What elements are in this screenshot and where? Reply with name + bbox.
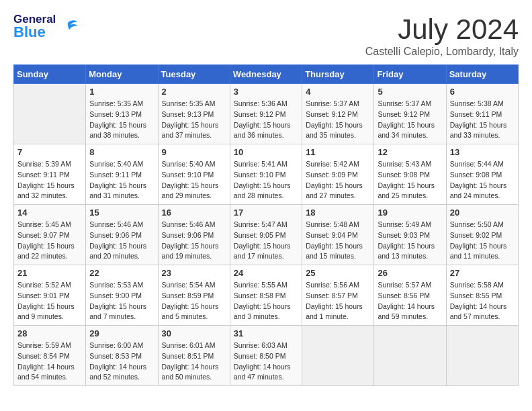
calendar-cell: 11Sunrise: 5:42 AM Sunset: 9:09 PM Dayli… bbox=[302, 144, 374, 205]
calendar-week-2: 7Sunrise: 5:39 AM Sunset: 9:11 PM Daylig… bbox=[14, 144, 519, 205]
day-number: 18 bbox=[306, 208, 370, 218]
day-info: Sunrise: 5:41 AM Sunset: 9:10 PM Dayligh… bbox=[234, 159, 298, 201]
day-header-thursday: Thursday bbox=[302, 65, 374, 84]
title-section: July 2024 Castelli Calepio, Lombardy, It… bbox=[365, 13, 519, 58]
calendar-header-row: SundayMondayTuesdayWednesdayThursdayFrid… bbox=[14, 65, 519, 84]
month-year-title: July 2024 bbox=[365, 13, 519, 46]
day-header-monday: Monday bbox=[86, 65, 158, 84]
calendar-cell: 30Sunrise: 6:01 AM Sunset: 8:51 PM Dayli… bbox=[158, 326, 230, 386]
day-header-wednesday: Wednesday bbox=[230, 65, 302, 84]
day-number: 5 bbox=[378, 87, 442, 97]
day-number: 7 bbox=[17, 147, 82, 157]
calendar-cell: 9Sunrise: 5:40 AM Sunset: 9:10 PM Daylig… bbox=[158, 144, 230, 205]
day-number: 21 bbox=[17, 268, 82, 278]
calendar-cell: 19Sunrise: 5:49 AM Sunset: 9:03 PM Dayli… bbox=[374, 205, 446, 265]
day-number: 27 bbox=[450, 268, 515, 278]
day-number: 4 bbox=[306, 87, 370, 97]
calendar-cell: 5Sunrise: 5:37 AM Sunset: 9:12 PM Daylig… bbox=[374, 84, 446, 144]
day-number: 16 bbox=[162, 208, 226, 218]
day-info: Sunrise: 5:36 AM Sunset: 9:12 PM Dayligh… bbox=[234, 99, 298, 141]
logo-blue-text: Blue bbox=[13, 25, 56, 40]
calendar-cell: 22Sunrise: 5:53 AM Sunset: 9:00 PM Dayli… bbox=[86, 265, 158, 326]
day-info: Sunrise: 5:50 AM Sunset: 9:02 PM Dayligh… bbox=[450, 220, 515, 262]
day-number: 17 bbox=[234, 208, 298, 218]
calendar-cell: 14Sunrise: 5:45 AM Sunset: 9:07 PM Dayli… bbox=[14, 205, 86, 265]
day-info: Sunrise: 5:54 AM Sunset: 8:59 PM Dayligh… bbox=[162, 280, 226, 322]
calendar-week-3: 14Sunrise: 5:45 AM Sunset: 9:07 PM Dayli… bbox=[14, 205, 519, 265]
calendar-cell: 29Sunrise: 6:00 AM Sunset: 8:53 PM Dayli… bbox=[86, 326, 158, 386]
calendar-cell: 13Sunrise: 5:44 AM Sunset: 9:08 PM Dayli… bbox=[446, 144, 518, 205]
calendar-cell: 31Sunrise: 6:03 AM Sunset: 8:50 PM Dayli… bbox=[230, 326, 302, 386]
calendar-cell bbox=[302, 326, 374, 386]
calendar-cell: 25Sunrise: 5:56 AM Sunset: 8:57 PM Dayli… bbox=[302, 265, 374, 326]
day-info: Sunrise: 5:45 AM Sunset: 9:07 PM Dayligh… bbox=[17, 220, 82, 262]
calendar-cell: 27Sunrise: 5:58 AM Sunset: 8:55 PM Dayli… bbox=[446, 265, 518, 326]
day-info: Sunrise: 6:03 AM Sunset: 8:50 PM Dayligh… bbox=[234, 340, 298, 383]
day-info: Sunrise: 5:56 AM Sunset: 8:57 PM Dayligh… bbox=[306, 280, 370, 322]
location-label: Castelli Calepio, Lombardy, Italy bbox=[365, 46, 519, 58]
day-number: 29 bbox=[89, 328, 154, 338]
day-number: 31 bbox=[234, 328, 298, 338]
calendar-cell: 8Sunrise: 5:40 AM Sunset: 9:11 PM Daylig… bbox=[86, 144, 158, 205]
day-number: 22 bbox=[89, 268, 154, 278]
day-number: 11 bbox=[306, 147, 370, 157]
day-number: 20 bbox=[450, 208, 515, 218]
day-info: Sunrise: 5:48 AM Sunset: 9:04 PM Dayligh… bbox=[306, 220, 370, 262]
calendar-cell: 23Sunrise: 5:54 AM Sunset: 8:59 PM Dayli… bbox=[158, 265, 230, 326]
calendar-cell: 16Sunrise: 5:46 AM Sunset: 9:06 PM Dayli… bbox=[158, 205, 230, 265]
day-info: Sunrise: 5:38 AM Sunset: 9:11 PM Dayligh… bbox=[450, 99, 515, 141]
day-info: Sunrise: 5:46 AM Sunset: 9:06 PM Dayligh… bbox=[89, 220, 154, 262]
day-number: 9 bbox=[162, 147, 226, 157]
day-header-sunday: Sunday bbox=[14, 65, 86, 84]
day-info: Sunrise: 5:47 AM Sunset: 9:05 PM Dayligh… bbox=[234, 220, 298, 262]
calendar-cell: 1Sunrise: 5:35 AM Sunset: 9:13 PM Daylig… bbox=[86, 84, 158, 144]
day-header-friday: Friday bbox=[374, 65, 446, 84]
day-number: 10 bbox=[234, 147, 298, 157]
calendar-cell: 18Sunrise: 5:48 AM Sunset: 9:04 PM Dayli… bbox=[302, 205, 374, 265]
day-number: 15 bbox=[89, 208, 154, 218]
day-info: Sunrise: 5:40 AM Sunset: 9:10 PM Dayligh… bbox=[162, 159, 226, 201]
day-number: 25 bbox=[306, 268, 370, 278]
calendar-week-5: 28Sunrise: 5:59 AM Sunset: 8:54 PM Dayli… bbox=[14, 326, 519, 386]
day-info: Sunrise: 5:39 AM Sunset: 9:11 PM Dayligh… bbox=[17, 159, 82, 201]
calendar-cell: 15Sunrise: 5:46 AM Sunset: 9:06 PM Dayli… bbox=[86, 205, 158, 265]
logo-bird-icon bbox=[58, 17, 79, 37]
day-number: 6 bbox=[450, 87, 515, 97]
calendar-cell bbox=[14, 84, 86, 144]
day-header-saturday: Saturday bbox=[446, 65, 518, 84]
day-number: 1 bbox=[89, 87, 154, 97]
calendar-cell: 12Sunrise: 5:43 AM Sunset: 9:08 PM Dayli… bbox=[374, 144, 446, 205]
calendar-cell: 6Sunrise: 5:38 AM Sunset: 9:11 PM Daylig… bbox=[446, 84, 518, 144]
day-info: Sunrise: 5:59 AM Sunset: 8:54 PM Dayligh… bbox=[17, 340, 82, 383]
day-info: Sunrise: 6:01 AM Sunset: 8:51 PM Dayligh… bbox=[162, 340, 226, 383]
day-info: Sunrise: 5:43 AM Sunset: 9:08 PM Dayligh… bbox=[378, 159, 442, 201]
day-number: 12 bbox=[378, 147, 442, 157]
day-number: 23 bbox=[162, 268, 226, 278]
page-header: General Blue July 2024 Castelli Calepio,… bbox=[13, 13, 519, 58]
calendar-cell: 21Sunrise: 5:52 AM Sunset: 9:01 PM Dayli… bbox=[14, 265, 86, 326]
day-info: Sunrise: 5:49 AM Sunset: 9:03 PM Dayligh… bbox=[378, 220, 442, 262]
day-info: Sunrise: 5:40 AM Sunset: 9:11 PM Dayligh… bbox=[89, 159, 154, 201]
calendar-cell: 10Sunrise: 5:41 AM Sunset: 9:10 PM Dayli… bbox=[230, 144, 302, 205]
calendar-cell: 7Sunrise: 5:39 AM Sunset: 9:11 PM Daylig… bbox=[14, 144, 86, 205]
calendar-cell bbox=[446, 326, 518, 386]
day-number: 28 bbox=[17, 328, 82, 338]
day-info: Sunrise: 5:57 AM Sunset: 8:56 PM Dayligh… bbox=[378, 280, 442, 322]
calendar-week-1: 1Sunrise: 5:35 AM Sunset: 9:13 PM Daylig… bbox=[14, 84, 519, 144]
day-number: 24 bbox=[234, 268, 298, 278]
day-info: Sunrise: 5:52 AM Sunset: 9:01 PM Dayligh… bbox=[17, 280, 82, 322]
calendar-cell: 26Sunrise: 5:57 AM Sunset: 8:56 PM Dayli… bbox=[374, 265, 446, 326]
day-number: 3 bbox=[234, 87, 298, 97]
day-header-tuesday: Tuesday bbox=[158, 65, 230, 84]
day-info: Sunrise: 5:58 AM Sunset: 8:55 PM Dayligh… bbox=[450, 280, 515, 322]
day-number: 26 bbox=[378, 268, 442, 278]
calendar-cell: 28Sunrise: 5:59 AM Sunset: 8:54 PM Dayli… bbox=[14, 326, 86, 386]
day-info: Sunrise: 5:55 AM Sunset: 8:58 PM Dayligh… bbox=[234, 280, 298, 322]
day-number: 30 bbox=[162, 328, 226, 338]
calendar-week-4: 21Sunrise: 5:52 AM Sunset: 9:01 PM Dayli… bbox=[14, 265, 519, 326]
day-info: Sunrise: 5:42 AM Sunset: 9:09 PM Dayligh… bbox=[306, 159, 370, 201]
day-info: Sunrise: 5:35 AM Sunset: 9:13 PM Dayligh… bbox=[162, 99, 226, 141]
calendar-cell: 17Sunrise: 5:47 AM Sunset: 9:05 PM Dayli… bbox=[230, 205, 302, 265]
calendar-cell: 3Sunrise: 5:36 AM Sunset: 9:12 PM Daylig… bbox=[230, 84, 302, 144]
day-info: Sunrise: 5:35 AM Sunset: 9:13 PM Dayligh… bbox=[89, 99, 154, 141]
